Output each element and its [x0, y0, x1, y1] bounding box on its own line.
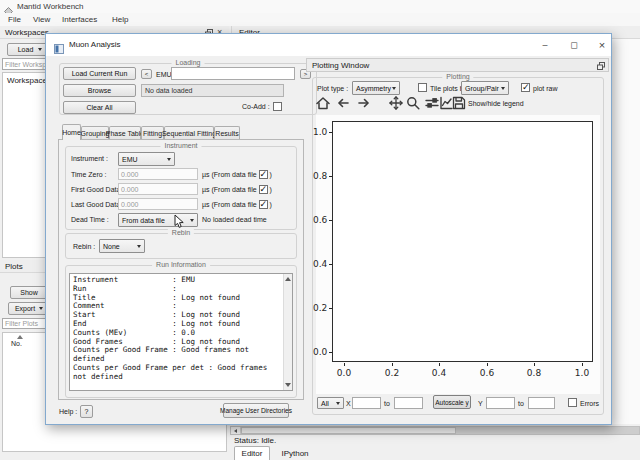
scroll-left-button[interactable]	[231, 427, 240, 434]
clear-all-label: Clear All	[86, 104, 112, 111]
main-titlebar: Mantid Workbench	[0, 0, 640, 13]
autoscale-y-button[interactable]: Autoscale y	[433, 395, 471, 409]
load-current-run-label: Load Current Run	[72, 70, 128, 77]
last-good-data-input[interactable]: 0.000	[118, 198, 198, 210]
tab-phase-table[interactable]: Phase Table	[109, 126, 141, 140]
muon-titlebar[interactable]: Muon Analysis – ◻ ×	[46, 34, 611, 56]
x-tick-label: 0.4	[427, 368, 451, 378]
plot-axes	[332, 121, 593, 362]
plot-type-label: Plot type :	[317, 85, 348, 92]
scroll-up-icon[interactable]	[285, 277, 291, 281]
export-plot-button[interactable]: Export	[8, 302, 50, 315]
clear-all-button[interactable]: Clear All	[63, 101, 136, 114]
horizontal-scrollbar[interactable]	[230, 426, 640, 435]
zoom-icon[interactable]	[406, 96, 420, 110]
time-zero-input[interactable]: 0.000	[118, 168, 198, 180]
dead-time-combo-value: From data file	[122, 217, 165, 224]
plot-raw-checkbox[interactable]	[521, 83, 530, 92]
scroll-down-icon[interactable]	[285, 383, 291, 387]
x-tick-label: 0.8	[522, 368, 546, 378]
tab-ipython[interactable]: IPython	[274, 447, 316, 460]
dead-time-label: Dead Time :	[71, 216, 109, 223]
run-info-scrollbar[interactable]	[283, 274, 292, 390]
help-button[interactable]: ?	[80, 405, 93, 418]
instrument-combo[interactable]: EMU	[118, 152, 175, 166]
x-from-input[interactable]	[352, 397, 381, 409]
tab-results[interactable]: Results	[214, 126, 240, 140]
browse-label: Browse	[88, 87, 111, 94]
forward-icon[interactable]	[357, 96, 371, 110]
float-plotting-icon[interactable]	[597, 62, 605, 72]
load-dropdown-arrow-icon	[38, 48, 42, 51]
tile-plots-checkbox[interactable]	[418, 83, 427, 92]
main-window-title: Mantid Workbench	[17, 2, 84, 11]
last-good-data-label: Last Good Data :	[71, 201, 124, 208]
plot-type-combo[interactable]: Asymmetry	[352, 81, 400, 95]
previous-run-label: <	[145, 71, 149, 77]
errors-label: Errors	[580, 400, 599, 407]
dead-time-combo[interactable]: From data file	[118, 213, 198, 227]
run-info-legend: Run Information	[152, 261, 210, 268]
show-plot-button[interactable]: Show	[10, 286, 48, 299]
first-good-data-label: First Good Data :	[71, 186, 124, 193]
plot-canvas[interactable]: 1.0 0.8 0.6 0.4 0.2 0.0 0.0 0.2 0.4 0.6 …	[316, 115, 600, 394]
muon-tabbar: Home Grouping Phase Table Fitting Sequen…	[46, 126, 306, 140]
plotting-window-header[interactable]: Plotting Window	[306, 58, 609, 72]
range-selector-value: All	[321, 400, 329, 407]
instrument-label: Instrument :	[71, 155, 108, 162]
x-tick-label: 0.0	[332, 368, 356, 378]
menu-view[interactable]: View	[33, 15, 50, 24]
tab-editor[interactable]: Editor	[234, 446, 270, 460]
menu-interfaces[interactable]: Interfaces	[62, 15, 97, 24]
subplots-config-icon[interactable]	[425, 96, 439, 110]
sort-arrow-icon[interactable]	[17, 335, 23, 339]
last-good-fromfile-checkbox[interactable]	[259, 200, 268, 209]
customize-plot-icon[interactable]	[439, 96, 453, 110]
rebin-combo[interactable]: None	[99, 239, 145, 253]
tab-ipython-label: IPython	[281, 449, 308, 458]
y-to-input[interactable]	[528, 397, 555, 409]
time-zero-suffix: µs (From data file )	[202, 168, 272, 180]
menu-file[interactable]: File	[8, 15, 21, 24]
scrollbar-handle[interactable]	[241, 427, 456, 434]
y-tick-label: 0.4	[313, 259, 327, 269]
range-selector-combo[interactable]: All	[317, 397, 344, 409]
save-icon[interactable]	[452, 96, 466, 110]
run-info-textarea[interactable]: Instrument : EMU Run : Title : Log not f…	[69, 273, 293, 391]
menu-help[interactable]: Help	[112, 15, 128, 24]
mouse-cursor	[174, 214, 185, 233]
time-zero-fromfile-checkbox[interactable]	[259, 170, 268, 179]
show-button-label: Show	[20, 289, 38, 296]
tile-by-combo[interactable]: Group/Pair	[461, 81, 509, 95]
y-from-input[interactable]	[486, 397, 515, 409]
manage-user-directories-button[interactable]: Manage User Directories	[223, 403, 289, 418]
export-dropdown-arrow-icon	[39, 307, 43, 310]
home-icon[interactable]	[316, 96, 330, 110]
previous-run-button[interactable]: <	[141, 69, 152, 79]
first-good-data-input[interactable]: 0.000	[118, 183, 198, 195]
pan-icon[interactable]	[389, 96, 403, 110]
plotting-window-title: Plotting Window	[312, 61, 369, 70]
tab-grouping[interactable]: Grouping	[81, 126, 109, 140]
errors-checkbox[interactable]	[568, 398, 577, 407]
y-range-label: Y	[478, 400, 483, 407]
first-good-fromfile-checkbox[interactable]	[259, 185, 268, 194]
coadd-checkbox[interactable]	[273, 102, 282, 111]
tab-home[interactable]: Home	[62, 124, 81, 140]
load-current-run-button[interactable]: Load Current Run	[63, 67, 136, 80]
run-number-input[interactable]	[171, 67, 295, 80]
export-button-label: Export	[15, 305, 35, 312]
first-good-suffix: µs (From data file )	[202, 183, 272, 195]
show-hide-legend-button[interactable]: Show/hide legend	[468, 100, 524, 107]
back-icon[interactable]	[336, 96, 350, 110]
help-label: Help :	[59, 408, 77, 415]
x-to-input[interactable]	[394, 397, 423, 409]
plots-number-column-header[interactable]: No.	[11, 340, 22, 347]
maximize-button[interactable]: ◻	[565, 37, 583, 52]
minimize-button[interactable]: –	[536, 37, 554, 52]
browse-button[interactable]: Browse	[63, 84, 136, 97]
y-tick-label: 0.8	[313, 171, 327, 181]
tab-sequential-fitting[interactable]: Sequential Fitting	[164, 126, 214, 140]
close-button[interactable]: ×	[593, 37, 611, 52]
tab-fitting[interactable]: Fitting	[141, 126, 164, 140]
